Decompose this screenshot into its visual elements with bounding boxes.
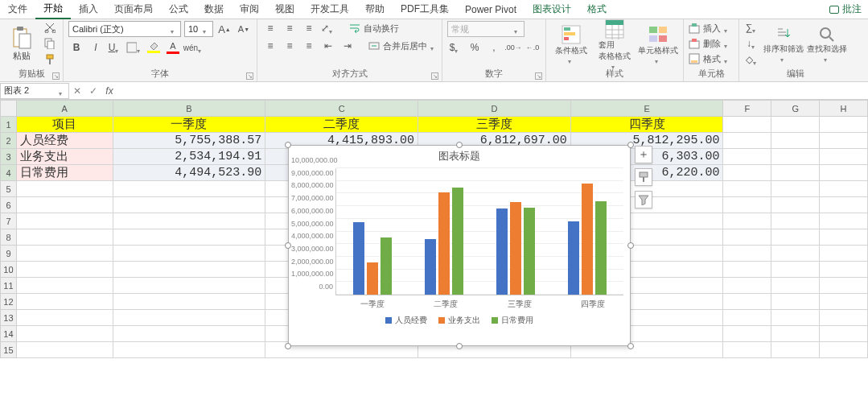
- comments-button[interactable]: 批注: [823, 0, 868, 19]
- column-header-C[interactable]: C: [265, 101, 418, 117]
- chart-filters-button[interactable]: [635, 191, 652, 208]
- cell-H14[interactable]: [820, 326, 868, 342]
- decrease-font-button[interactable]: A▼: [236, 22, 252, 36]
- bar-日常费用-三季度[interactable]: [524, 208, 535, 295]
- cell-B5[interactable]: [113, 181, 265, 197]
- cell-H4[interactable]: [820, 165, 868, 181]
- clipboard-dialog-launcher[interactable]: ↘: [52, 72, 60, 80]
- cell-G1[interactable]: [771, 117, 820, 133]
- cell-G12[interactable]: [771, 294, 820, 310]
- row-header-7[interactable]: 7: [1, 213, 17, 229]
- cell-G8[interactable]: [771, 229, 820, 246]
- tab-chart-design[interactable]: 图表设计: [525, 0, 579, 19]
- cell-B9[interactable]: [113, 246, 265, 262]
- resize-handle-e[interactable]: [627, 242, 634, 249]
- fx-icon[interactable]: fx: [101, 85, 117, 97]
- tab-insert[interactable]: 插入: [71, 0, 106, 19]
- tab-developer[interactable]: 开发工具: [302, 0, 357, 19]
- column-header-E[interactable]: E: [570, 101, 723, 117]
- cell-F2[interactable]: [723, 133, 771, 149]
- cell-A15[interactable]: [16, 342, 113, 358]
- find-select-button[interactable]: 查找和选择: [807, 26, 847, 61]
- cell-F4[interactable]: [723, 165, 771, 181]
- row-header-12[interactable]: 12: [1, 294, 17, 310]
- cell-B7[interactable]: [113, 213, 265, 229]
- resize-handle-nw[interactable]: [285, 142, 291, 148]
- format-as-table-button[interactable]: 套用 表格格式: [594, 19, 635, 68]
- clear-button[interactable]: ◇: [744, 52, 760, 67]
- cell-H7[interactable]: [820, 213, 868, 229]
- underline-button[interactable]: U: [107, 40, 123, 55]
- tab-formulas[interactable]: 公式: [161, 0, 196, 19]
- cell-B10[interactable]: [113, 262, 265, 278]
- legend-item-1[interactable]: 业务支出: [438, 315, 480, 326]
- format-cells-button[interactable]: 格式: [689, 52, 734, 66]
- cell-C1[interactable]: 二季度: [265, 117, 418, 133]
- legend-item-0[interactable]: 人员经费: [385, 315, 427, 326]
- formula-input[interactable]: [117, 83, 868, 99]
- align-bottom-button[interactable]: ≡: [301, 21, 317, 35]
- cell-H13[interactable]: [820, 310, 868, 326]
- cell-H6[interactable]: [820, 197, 868, 213]
- cell-G13[interactable]: [771, 310, 820, 326]
- paste-button[interactable]: 粘贴: [5, 26, 39, 62]
- row-header-8[interactable]: 8: [1, 229, 17, 246]
- cell-E1[interactable]: 四季度: [570, 117, 723, 133]
- column-header-F[interactable]: F: [723, 101, 771, 117]
- cell-B8[interactable]: [113, 229, 265, 246]
- bar-人员经费-四季度[interactable]: [568, 221, 579, 295]
- tab-view[interactable]: 视图: [267, 0, 302, 19]
- resize-handle-se[interactable]: [627, 343, 634, 349]
- cell-F3[interactable]: [723, 149, 771, 165]
- cell-A10[interactable]: [16, 262, 113, 278]
- number-format-combo[interactable]: 常规: [447, 21, 525, 37]
- cell-F8[interactable]: [723, 229, 771, 246]
- cell-A12[interactable]: [16, 294, 113, 310]
- increase-indent-button[interactable]: ⇥: [339, 39, 356, 53]
- resize-handle-sw[interactable]: [285, 343, 291, 349]
- cell-G11[interactable]: [771, 278, 820, 294]
- cell-G4[interactable]: [771, 165, 820, 181]
- insert-cells-button[interactable]: 插入: [689, 21, 734, 35]
- cell-H9[interactable]: [820, 246, 868, 262]
- sort-filter-button[interactable]: 排序和筛选: [763, 26, 804, 61]
- decrease-decimal-button[interactable]: ←.0: [525, 40, 541, 55]
- cut-button[interactable]: [42, 20, 58, 35]
- resize-handle-ne[interactable]: [627, 142, 634, 148]
- cell-F15[interactable]: [723, 342, 771, 358]
- tab-file[interactable]: 文件: [0, 0, 35, 19]
- cell-A1[interactable]: 项目: [16, 117, 113, 133]
- cell-A2[interactable]: 人员经费: [16, 133, 113, 149]
- cell-B11[interactable]: [113, 278, 265, 294]
- cell-H15[interactable]: [820, 342, 868, 358]
- cell-F11[interactable]: [723, 278, 771, 294]
- tab-help[interactable]: 帮助: [357, 0, 393, 19]
- bar-人员经费-三季度[interactable]: [496, 208, 508, 295]
- cell-A7[interactable]: [16, 213, 113, 229]
- column-header-A[interactable]: A: [16, 101, 113, 117]
- chart-plot-area[interactable]: 0.001,000,000.002,000,000.003,000,000.00…: [335, 168, 623, 295]
- cell-G2[interactable]: [771, 133, 820, 149]
- bar-日常费用-二季度[interactable]: [452, 188, 463, 295]
- column-header-H[interactable]: H: [820, 101, 868, 117]
- fill-color-button[interactable]: [146, 40, 162, 55]
- resize-handle-w[interactable]: [285, 242, 291, 249]
- format-painter-button[interactable]: [42, 52, 58, 67]
- cell-F13[interactable]: [723, 310, 771, 326]
- bar-业务支出-二季度[interactable]: [438, 192, 450, 295]
- cell-G3[interactable]: [771, 149, 820, 165]
- row-header-9[interactable]: 9: [1, 246, 17, 262]
- align-top-button[interactable]: ≡: [262, 21, 278, 35]
- cell-A4[interactable]: 日常费用: [16, 165, 113, 181]
- bar-人员经费-二季度[interactable]: [425, 239, 436, 295]
- increase-font-button[interactable]: A▲: [216, 22, 232, 36]
- cell-G9[interactable]: [771, 246, 820, 262]
- bar-业务支出-三季度[interactable]: [510, 202, 521, 295]
- align-middle-button[interactable]: ≡: [282, 21, 298, 35]
- cell-H2[interactable]: [820, 133, 868, 149]
- cell-H12[interactable]: [820, 294, 868, 310]
- bar-业务支出-四季度[interactable]: [582, 184, 593, 295]
- tab-pdf[interactable]: PDF工具集: [393, 0, 457, 19]
- cell-H1[interactable]: [820, 117, 868, 133]
- row-header-14[interactable]: 14: [1, 326, 17, 342]
